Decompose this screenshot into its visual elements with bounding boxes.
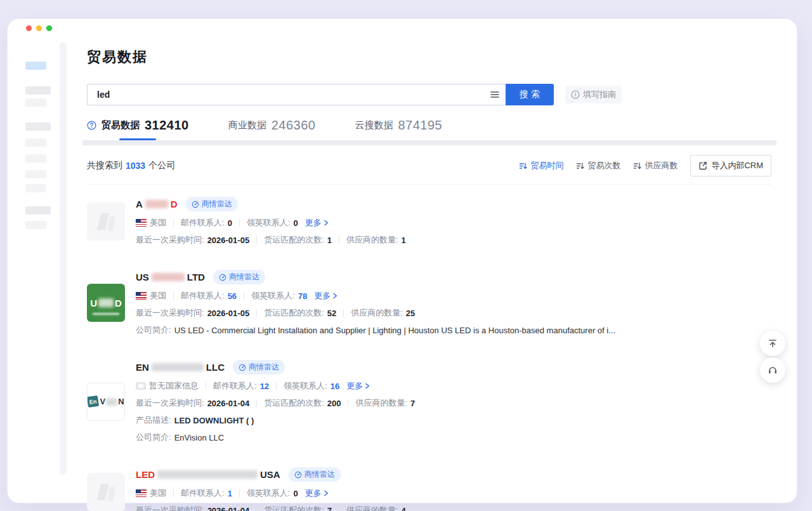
tab-business-data[interactable]: 商业数据 246360 bbox=[228, 118, 316, 140]
import-crm-button[interactable]: 导入内部CRM bbox=[690, 155, 771, 176]
sidebar-skeleton-bar bbox=[25, 98, 46, 107]
more-link-label: 更多 bbox=[305, 217, 322, 229]
email-count[interactable]: 1 bbox=[228, 489, 232, 498]
business-radar-badge[interactable]: 商情雷达 bbox=[213, 270, 265, 284]
maximize-window-icon[interactable] bbox=[46, 25, 52, 31]
search-button[interactable]: 搜 索 bbox=[506, 84, 554, 105]
help-circle-icon bbox=[87, 121, 96, 130]
sidebar-skeleton-bar bbox=[25, 170, 46, 178]
company-name-part: LTD bbox=[187, 272, 205, 282]
company-list-item[interactable]: UD USLTD 商情雷达 美国 邮件联系人: 56 bbox=[87, 258, 771, 348]
email-count[interactable]: 12 bbox=[260, 382, 269, 391]
email-count[interactable]: 56 bbox=[228, 291, 237, 301]
company-list-item[interactable]: LEDUSA 商情雷达 美国 邮件联系人: 1 领英联系人: bbox=[87, 455, 771, 511]
search-input[interactable] bbox=[88, 90, 484, 100]
purchase-label: 最近一次采购时间: bbox=[136, 234, 204, 246]
more-link[interactable]: 更多 bbox=[305, 488, 329, 499]
more-link-label: 更多 bbox=[305, 488, 322, 499]
divider bbox=[206, 382, 206, 390]
divider bbox=[339, 236, 339, 244]
purchase-label: 最近一次采购时间: bbox=[136, 397, 204, 409]
intro-value: EnVision LLC bbox=[174, 433, 225, 442]
chevron-right-icon bbox=[324, 220, 329, 226]
radar-badge-label: 商情雷达 bbox=[229, 272, 259, 282]
country-label: 暂无国家信息 bbox=[149, 380, 199, 392]
more-link[interactable]: 更多 bbox=[346, 380, 370, 392]
sort-supplier-count[interactable]: 供应商数 bbox=[633, 160, 678, 171]
divider bbox=[256, 399, 257, 407]
divider bbox=[173, 489, 174, 497]
country-label: 美国 bbox=[150, 290, 166, 302]
company-name-part: EN bbox=[136, 362, 149, 373]
linkedin-count[interactable]: 16 bbox=[331, 382, 339, 391]
linkedin-contacts: 领英联系人: 0 bbox=[247, 217, 298, 229]
linkedin-count[interactable]: 0 bbox=[293, 218, 298, 228]
linkedin-count[interactable]: 78 bbox=[298, 291, 307, 301]
freight-label: 货运匹配的次数: bbox=[264, 505, 324, 511]
linkedin-label: 领英联系人: bbox=[247, 217, 291, 229]
close-window-icon[interactable] bbox=[26, 25, 32, 31]
freight-value: 7 bbox=[327, 506, 332, 511]
redacted-logo-text bbox=[106, 398, 117, 406]
radar-badge-label: 商情雷达 bbox=[304, 469, 335, 480]
email-label: 邮件联系人: bbox=[213, 380, 257, 392]
divider bbox=[339, 507, 339, 511]
divider bbox=[173, 219, 174, 227]
company-details: USLTD 商情雷达 美国 邮件联系人: 56 领英联系人: bbox=[136, 270, 615, 336]
minimize-window-icon[interactable] bbox=[36, 25, 42, 31]
email-count[interactable]: 0 bbox=[228, 218, 232, 228]
company-logo: EnVN bbox=[87, 383, 125, 421]
business-radar-badge[interactable]: 商情雷达 bbox=[186, 197, 238, 211]
country-label: 美国 bbox=[150, 217, 166, 229]
business-radar-badge[interactable]: 商情雷达 bbox=[233, 360, 285, 375]
company-list-item[interactable]: AD 商情雷达 美国 邮件联系人: 0 领英联系人: bbox=[87, 185, 771, 258]
customer-service-button[interactable] bbox=[760, 357, 785, 383]
divider bbox=[256, 309, 257, 317]
redacted-name-segment bbox=[152, 273, 185, 281]
more-link[interactable]: 更多 bbox=[314, 290, 337, 302]
company-name[interactable]: AD bbox=[136, 199, 178, 209]
company-list: AD 商情雷达 美国 邮件联系人: 0 领英联系人: bbox=[87, 185, 771, 511]
headset-icon bbox=[767, 364, 778, 376]
intro-label: 公司简介: bbox=[136, 432, 171, 443]
sidebar-skeleton-bar bbox=[25, 206, 51, 215]
tab-cloud-search-data[interactable]: 云搜数据 874195 bbox=[355, 118, 443, 140]
back-to-top-button[interactable] bbox=[760, 331, 785, 356]
country-group: 美国 bbox=[136, 290, 166, 302]
filter-lines-icon[interactable] bbox=[484, 84, 506, 105]
last-purchase: 最近一次采购时间: 2026-01-05 bbox=[136, 234, 249, 246]
divider bbox=[256, 236, 257, 244]
country-flag-icon bbox=[136, 292, 147, 300]
linkedin-count[interactable]: 0 bbox=[293, 489, 298, 498]
sort-trade-count[interactable]: 贸易次数 bbox=[576, 160, 620, 171]
company-name[interactable]: ENLLC bbox=[136, 362, 225, 373]
search-field bbox=[87, 84, 506, 105]
chevron-right-icon bbox=[324, 490, 329, 496]
company-name[interactable]: LEDUSA bbox=[136, 469, 280, 480]
company-name-part: USA bbox=[260, 469, 280, 480]
more-link[interactable]: 更多 bbox=[305, 217, 329, 229]
tab-count: 874195 bbox=[398, 118, 443, 133]
company-list-item[interactable]: EnVN ENLLC 商情雷达 暂无国家信息 邮件联系人: 12 bbox=[87, 348, 771, 455]
sort-label: 供应商数 bbox=[645, 160, 678, 171]
purchase-label: 最近一次采购时间: bbox=[136, 505, 204, 511]
sidebar-skeleton-bar bbox=[25, 86, 51, 95]
fill-guide-link[interactable]: 填写指南 bbox=[565, 86, 622, 103]
search-bar: 搜 索 填写指南 bbox=[87, 84, 771, 105]
last-purchase: 最近一次采购时间: 2026-01-05 bbox=[136, 307, 249, 319]
purchase-value: 2026-01-04 bbox=[207, 506, 250, 511]
data-tabs: 贸易数据 312410 商业数据 246360 云搜数据 874195 bbox=[87, 118, 771, 140]
divider bbox=[239, 219, 240, 227]
freight-matches: 货运匹配的次数: 200 bbox=[264, 397, 341, 409]
sort-trade-time[interactable]: 贸易时间 bbox=[519, 160, 563, 171]
fill-guide-label: 填写指南 bbox=[583, 89, 616, 100]
tab-trade-data[interactable]: 贸易数据 312410 bbox=[87, 118, 189, 140]
business-radar-badge[interactable]: 商情雷达 bbox=[289, 467, 341, 482]
sort-label: 贸易时间 bbox=[530, 160, 563, 171]
company-name[interactable]: USLTD bbox=[136, 272, 205, 282]
purchase-label: 最近一次采购时间: bbox=[136, 307, 204, 319]
radar-icon bbox=[192, 201, 199, 208]
linkedin-contacts: 领英联系人: 78 bbox=[251, 290, 307, 302]
radar-icon bbox=[219, 274, 226, 281]
app-window: 贸易数据 搜 索 填写指南 贸易数据 312 bbox=[8, 19, 797, 503]
